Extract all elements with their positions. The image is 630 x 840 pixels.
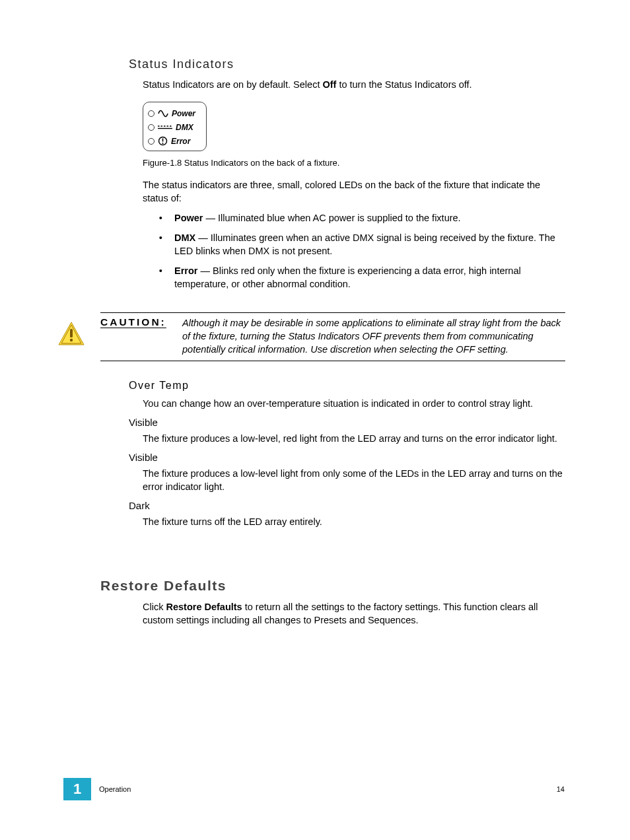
text: — Blinks red only when the fixture is ex… — [174, 265, 521, 289]
chapter-name: Operation — [99, 785, 131, 793]
caution-block: CAUTION: Although it may be desirable in… — [100, 312, 565, 361]
heading-status-indicators: Status Indicators — [129, 57, 565, 71]
error-circle-icon — [158, 136, 168, 146]
page-number: 14 — [557, 785, 565, 793]
section-status-indicators: Status Indicators Status Indicators are … — [129, 57, 565, 297]
fig-error-label: Error — [171, 137, 190, 146]
sine-icon — [158, 109, 168, 118]
fig-row-dmx: DMX — [148, 120, 201, 134]
rule — [100, 361, 565, 361]
caution-icon — [57, 320, 85, 349]
svg-point-4 — [162, 143, 164, 144]
figure-status-panel: Power DMX Err — [143, 102, 207, 151]
subheading-visible-1: Visible — [129, 417, 565, 428]
visible-2-body: The fixture produces a low-level light f… — [143, 467, 565, 493]
text: to turn the Status Indicators off. — [336, 79, 472, 90]
section-restore-defaults: Restore Defaults Click Restore Defaults … — [100, 578, 565, 633]
chapter-number: 1 — [63, 778, 91, 800]
led-icon — [148, 138, 155, 145]
over-temp-intro: You can change how an over-temperature s… — [143, 397, 565, 410]
text: — Illuminated blue when AC power is supp… — [203, 213, 461, 223]
svg-point-8 — [70, 339, 73, 341]
text: — Illuminates green when an active DMX s… — [174, 232, 555, 256]
caution-label: CAUTION: — [100, 316, 172, 356]
led-icon — [148, 124, 155, 131]
list-item: Error — Blinks red only when the fixture… — [170, 264, 565, 291]
page-footer: 1 Operation 14 — [0, 778, 630, 800]
caution-text: Although it may be desirable in some app… — [182, 316, 565, 356]
status-list: Power — Illuminated blue when AC power i… — [170, 211, 565, 291]
subheading-dark: Dark — [129, 500, 565, 511]
page: Status Indicators Status Indicators are … — [0, 0, 630, 840]
section-over-temp: Over Temp You can change how an over-tem… — [129, 380, 565, 535]
term: DMX — [174, 232, 195, 243]
fig-row-power: Power — [148, 106, 201, 120]
list-item: DMX — Illuminates green when an active D… — [170, 231, 565, 258]
text: Status Indicators are on by default. Sel… — [143, 79, 322, 90]
text-bold: Off — [322, 79, 336, 90]
text-bold: Restore Defaults — [166, 602, 242, 612]
status-intro: Status Indicators are on by default. Sel… — [143, 78, 565, 91]
text: Click — [143, 602, 166, 612]
term: Error — [174, 265, 197, 276]
visible-1-body: The fixture produces a low-level, red li… — [143, 432, 565, 445]
fig-dmx-label: DMX — [176, 123, 193, 132]
status-desc: The status indicators are three, small, … — [143, 178, 565, 205]
restore-body: Click Restore Defaults to return all the… — [143, 600, 565, 627]
list-item: Power — Illuminated blue when AC power i… — [170, 211, 565, 225]
led-icon — [148, 110, 155, 117]
dashed-line-icon — [158, 125, 172, 130]
svg-rect-7 — [70, 329, 73, 337]
dark-body: The fixture turns off the LED array enti… — [143, 515, 565, 528]
heading-over-temp: Over Temp — [129, 380, 565, 392]
fig-row-error: Error — [148, 134, 201, 148]
heading-restore-defaults: Restore Defaults — [100, 578, 565, 594]
term: Power — [174, 213, 203, 223]
figure-caption: Figure-1.8 Status Indicators on the back… — [143, 158, 565, 168]
subheading-visible-2: Visible — [129, 452, 565, 463]
fig-power-label: Power — [172, 109, 195, 118]
